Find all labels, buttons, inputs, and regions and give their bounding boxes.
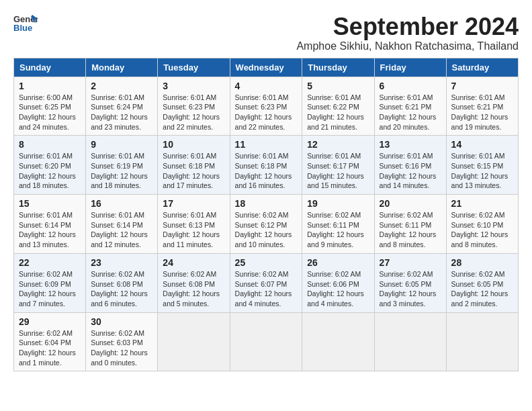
day-cell-3: 3Sunrise: 6:01 AM Sunset: 6:23 PM Daylig… — [158, 77, 230, 136]
day-number-15: 15 — [19, 198, 81, 209]
day-cell-28: 28Sunrise: 6:02 AM Sunset: 6:05 PM Dayli… — [446, 253, 518, 312]
day-info-19: Sunrise: 6:02 AM Sunset: 6:11 PM Dayligh… — [307, 210, 369, 250]
day-number-23: 23 — [91, 257, 152, 268]
empty-cell — [302, 312, 374, 371]
day-info-5: Sunrise: 6:01 AM Sunset: 6:22 PM Dayligh… — [307, 93, 369, 132]
day-number-22: 22 — [19, 257, 81, 268]
day-info-13: Sunrise: 6:01 AM Sunset: 6:16 PM Dayligh… — [380, 151, 441, 191]
day-number-16: 16 — [91, 198, 152, 209]
day-number-21: 21 — [451, 198, 513, 209]
calendar-subtitle: Amphoe Sikhiu, Nakhon Ratchasima, Thaila… — [296, 40, 519, 52]
day-number-12: 12 — [307, 139, 369, 150]
day-cell-1: 1Sunrise: 6:00 AM Sunset: 6:25 PM Daylig… — [14, 77, 86, 136]
day-cell-13: 13Sunrise: 6:01 AM Sunset: 6:16 PM Dayli… — [374, 136, 446, 195]
day-info-17: Sunrise: 6:01 AM Sunset: 6:13 PM Dayligh… — [163, 210, 224, 250]
logo-icon: General Blue — [13, 13, 38, 32]
day-info-10: Sunrise: 6:01 AM Sunset: 6:18 PM Dayligh… — [163, 151, 224, 191]
day-number-14: 14 — [451, 139, 513, 150]
day-info-27: Sunrise: 6:02 AM Sunset: 6:05 PM Dayligh… — [380, 269, 441, 309]
day-cell-6: 6Sunrise: 6:01 AM Sunset: 6:21 PM Daylig… — [374, 77, 446, 136]
day-number-10: 10 — [163, 139, 224, 150]
day-cell-10: 10Sunrise: 6:01 AM Sunset: 6:18 PM Dayli… — [158, 136, 230, 195]
day-cell-24: 24Sunrise: 6:02 AM Sunset: 6:08 PM Dayli… — [158, 253, 230, 312]
day-cell-16: 16Sunrise: 6:01 AM Sunset: 6:14 PM Dayli… — [86, 195, 158, 254]
weekday-sunday: Sunday — [14, 58, 86, 77]
empty-cell — [374, 312, 446, 371]
day-info-26: Sunrise: 6:02 AM Sunset: 6:06 PM Dayligh… — [307, 269, 369, 309]
day-info-16: Sunrise: 6:01 AM Sunset: 6:14 PM Dayligh… — [91, 210, 152, 250]
day-info-23: Sunrise: 6:02 AM Sunset: 6:08 PM Dayligh… — [91, 269, 152, 309]
day-number-6: 6 — [380, 81, 441, 91]
calendar-body: 1Sunrise: 6:00 AM Sunset: 6:25 PM Daylig… — [14, 77, 519, 371]
day-cell-2: 2Sunrise: 6:01 AM Sunset: 6:24 PM Daylig… — [86, 77, 158, 136]
week-row-4: 22Sunrise: 6:02 AM Sunset: 6:09 PM Dayli… — [14, 253, 519, 312]
day-info-12: Sunrise: 6:01 AM Sunset: 6:17 PM Dayligh… — [307, 151, 369, 191]
day-cell-14: 14Sunrise: 6:01 AM Sunset: 6:15 PM Dayli… — [446, 136, 518, 195]
day-number-25: 25 — [235, 257, 298, 268]
day-number-24: 24 — [163, 257, 224, 268]
day-info-22: Sunrise: 6:02 AM Sunset: 6:09 PM Dayligh… — [19, 269, 81, 309]
day-number-1: 1 — [19, 81, 81, 91]
day-info-20: Sunrise: 6:02 AM Sunset: 6:11 PM Dayligh… — [380, 210, 441, 250]
weekday-thursday: Thursday — [302, 58, 374, 77]
day-number-27: 27 — [380, 257, 441, 268]
day-cell-27: 27Sunrise: 6:02 AM Sunset: 6:05 PM Dayli… — [374, 253, 446, 312]
day-cell-20: 20Sunrise: 6:02 AM Sunset: 6:11 PM Dayli… — [374, 195, 446, 254]
day-number-17: 17 — [163, 198, 224, 209]
day-number-18: 18 — [235, 198, 298, 209]
day-cell-18: 18Sunrise: 6:02 AM Sunset: 6:12 PM Dayli… — [230, 195, 302, 254]
day-cell-7: 7Sunrise: 6:01 AM Sunset: 6:21 PM Daylig… — [446, 77, 518, 136]
day-cell-4: 4Sunrise: 6:01 AM Sunset: 6:23 PM Daylig… — [230, 77, 302, 136]
day-number-5: 5 — [307, 81, 369, 91]
day-cell-12: 12Sunrise: 6:01 AM Sunset: 6:17 PM Dayli… — [302, 136, 374, 195]
day-number-8: 8 — [19, 139, 81, 150]
day-number-19: 19 — [307, 198, 369, 209]
day-cell-23: 23Sunrise: 6:02 AM Sunset: 6:08 PM Dayli… — [86, 253, 158, 312]
day-number-9: 9 — [91, 139, 152, 150]
day-info-8: Sunrise: 6:01 AM Sunset: 6:20 PM Dayligh… — [19, 151, 81, 191]
day-cell-9: 9Sunrise: 6:01 AM Sunset: 6:19 PM Daylig… — [86, 136, 158, 195]
day-cell-21: 21Sunrise: 6:02 AM Sunset: 6:10 PM Dayli… — [446, 195, 518, 254]
day-info-2: Sunrise: 6:01 AM Sunset: 6:24 PM Dayligh… — [91, 93, 152, 132]
day-info-3: Sunrise: 6:01 AM Sunset: 6:23 PM Dayligh… — [163, 93, 224, 132]
weekday-friday: Friday — [374, 58, 446, 77]
title-area: September 2024 Amphoe Sikhiu, Nakhon Rat… — [296, 13, 519, 52]
empty-cell — [446, 312, 518, 371]
empty-cell — [158, 312, 230, 371]
weekday-wednesday: Wednesday — [230, 58, 302, 77]
day-cell-25: 25Sunrise: 6:02 AM Sunset: 6:07 PM Dayli… — [230, 253, 302, 312]
day-info-1: Sunrise: 6:00 AM Sunset: 6:25 PM Dayligh… — [19, 93, 81, 132]
day-cell-15: 15Sunrise: 6:01 AM Sunset: 6:14 PM Dayli… — [14, 195, 86, 254]
day-info-24: Sunrise: 6:02 AM Sunset: 6:08 PM Dayligh… — [163, 269, 224, 309]
day-info-30: Sunrise: 6:02 AM Sunset: 6:03 PM Dayligh… — [91, 328, 152, 368]
day-cell-17: 17Sunrise: 6:01 AM Sunset: 6:13 PM Dayli… — [158, 195, 230, 254]
week-row-3: 15Sunrise: 6:01 AM Sunset: 6:14 PM Dayli… — [14, 195, 519, 254]
day-number-26: 26 — [307, 257, 369, 268]
day-number-30: 30 — [91, 316, 152, 327]
calendar-table: SundayMondayTuesdayWednesdayThursdayFrid… — [13, 58, 519, 372]
weekday-tuesday: Tuesday — [158, 58, 230, 77]
day-cell-26: 26Sunrise: 6:02 AM Sunset: 6:06 PM Dayli… — [302, 253, 374, 312]
day-number-4: 4 — [235, 81, 298, 91]
day-number-11: 11 — [235, 139, 298, 150]
day-cell-29: 29Sunrise: 6:02 AM Sunset: 6:04 PM Dayli… — [14, 312, 86, 371]
day-number-7: 7 — [451, 81, 513, 91]
day-cell-5: 5Sunrise: 6:01 AM Sunset: 6:22 PM Daylig… — [302, 77, 374, 136]
day-info-21: Sunrise: 6:02 AM Sunset: 6:10 PM Dayligh… — [451, 210, 513, 250]
empty-cell — [230, 312, 302, 371]
day-cell-8: 8Sunrise: 6:01 AM Sunset: 6:20 PM Daylig… — [14, 136, 86, 195]
day-info-4: Sunrise: 6:01 AM Sunset: 6:23 PM Dayligh… — [235, 93, 298, 132]
day-info-28: Sunrise: 6:02 AM Sunset: 6:05 PM Dayligh… — [451, 269, 513, 309]
day-info-11: Sunrise: 6:01 AM Sunset: 6:18 PM Dayligh… — [235, 151, 298, 191]
day-number-29: 29 — [19, 316, 81, 327]
weekday-monday: Monday — [86, 58, 158, 77]
day-info-18: Sunrise: 6:02 AM Sunset: 6:12 PM Dayligh… — [235, 210, 298, 250]
day-cell-22: 22Sunrise: 6:02 AM Sunset: 6:09 PM Dayli… — [14, 253, 86, 312]
week-row-2: 8Sunrise: 6:01 AM Sunset: 6:20 PM Daylig… — [14, 136, 519, 195]
weekday-saturday: Saturday — [446, 58, 518, 77]
day-cell-11: 11Sunrise: 6:01 AM Sunset: 6:18 PM Dayli… — [230, 136, 302, 195]
day-number-28: 28 — [451, 257, 513, 268]
day-cell-30: 30Sunrise: 6:02 AM Sunset: 6:03 PM Dayli… — [86, 312, 158, 371]
day-number-20: 20 — [380, 198, 441, 209]
logo: General Blue — [13, 13, 38, 32]
